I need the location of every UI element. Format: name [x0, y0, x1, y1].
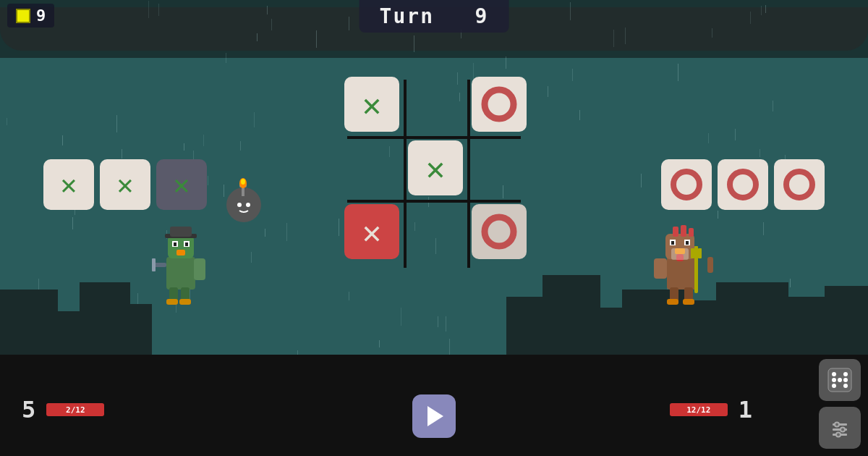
svg-point-1: [730, 172, 756, 198]
svg-rect-22: [152, 258, 156, 271]
svg-point-53: [832, 384, 836, 388]
enemy-svg: [651, 221, 716, 308]
o-symbol: [781, 166, 817, 203]
enemy-tile-2[interactable]: [774, 159, 825, 210]
player-hand-count: 5: [22, 396, 35, 423]
building: [0, 290, 58, 355]
ttt-board: ✕ ✕ ✕: [340, 72, 528, 275]
enemy-tile-0[interactable]: [661, 159, 712, 210]
svg-point-51: [832, 372, 836, 376]
svg-rect-32: [689, 228, 694, 237]
grid-line-v1: [404, 80, 407, 268]
grid-line-v2: [467, 80, 470, 268]
svg-rect-47: [683, 299, 694, 305]
svg-rect-28: [667, 257, 697, 290]
svg-rect-31: [681, 225, 686, 237]
enemy-character: [651, 221, 716, 308]
svg-point-63: [836, 433, 841, 437]
enemy-hand-count: 1: [739, 396, 752, 423]
svg-point-0: [673, 172, 699, 198]
cell-0-2[interactable]: [472, 77, 527, 132]
o-symbol: [668, 166, 705, 203]
turn-label: Turn: [380, 4, 434, 28]
svg-rect-17: [185, 242, 188, 246]
player-tile-1[interactable]: ✕: [100, 159, 150, 210]
player-tile-2[interactable]: ✕: [156, 159, 207, 210]
svg-point-52: [843, 372, 848, 376]
dice-button[interactable]: [819, 359, 861, 401]
building: [123, 304, 152, 355]
action-buttons: [819, 359, 861, 449]
enemy-info: 12/12 1: [670, 396, 752, 423]
svg-rect-42: [698, 248, 702, 258]
cell-1-1[interactable]: ✕: [408, 140, 463, 195]
building: [716, 282, 788, 355]
svg-rect-41: [691, 248, 694, 258]
svg-point-3: [485, 90, 514, 119]
svg-rect-48: [654, 258, 667, 279]
svg-point-55: [838, 378, 842, 382]
play-button[interactable]: [412, 394, 456, 438]
svg-rect-46: [667, 299, 678, 305]
o-symbol: [725, 166, 761, 203]
svg-rect-49: [707, 257, 713, 273]
player-tile-row: ✕ ✕ ✕: [43, 159, 207, 210]
svg-point-61: [835, 423, 839, 427]
player-character: [152, 221, 210, 308]
svg-rect-39: [671, 248, 689, 260]
svg-point-10: [237, 203, 242, 207]
play-icon: [427, 406, 443, 426]
o-symbol-board: [479, 84, 519, 124]
svg-rect-30: [673, 227, 678, 237]
svg-rect-16: [174, 242, 176, 246]
svg-rect-40: [694, 250, 698, 293]
bottom-bar: 5 2/12 12/12 1: [0, 355, 868, 456]
turn-display: Turn 9: [359, 0, 509, 33]
o-symbol-board: [479, 211, 519, 252]
player-hp-label: 2/12: [66, 405, 85, 415]
player-tile-0[interactable]: ✕: [43, 159, 94, 210]
svg-point-62: [841, 428, 845, 432]
settings-button[interactable]: [819, 407, 861, 449]
settings-icon: [828, 416, 851, 439]
svg-rect-36: [686, 241, 689, 245]
svg-rect-12: [166, 257, 195, 290]
svg-point-2: [786, 172, 812, 198]
svg-point-9: [241, 179, 245, 185]
turn-number: 9: [475, 4, 489, 28]
svg-point-57: [843, 378, 848, 382]
building: [542, 275, 600, 355]
bomb-svg: [221, 177, 268, 224]
coin-display: 9: [7, 4, 54, 28]
coin-icon: [16, 9, 30, 23]
game-area: 9 Turn 9 ✕ ✕ ✕: [0, 0, 868, 355]
svg-rect-26: [179, 299, 191, 305]
svg-point-54: [843, 384, 848, 388]
grid-line-h1: [347, 136, 521, 139]
svg-rect-25: [166, 299, 178, 305]
svg-rect-18: [176, 250, 185, 256]
grid-line-h2: [347, 200, 521, 203]
building: [825, 286, 868, 355]
svg-rect-6: [242, 187, 244, 196]
player-svg: [152, 221, 210, 308]
enemy-hp-label: 12/12: [686, 405, 710, 415]
svg-rect-43: [694, 246, 698, 252]
svg-point-56: [832, 378, 836, 382]
enemy-tile-1[interactable]: [718, 159, 768, 210]
game-container: 9 Turn 9 ✕ ✕ ✕: [0, 0, 868, 456]
coin-count: 9: [36, 7, 46, 25]
svg-rect-35: [671, 241, 674, 245]
cell-2-2[interactable]: [472, 204, 527, 259]
bomb-piece: [221, 177, 268, 224]
enemy-tile-row: [661, 159, 825, 210]
cell-2-0[interactable]: ✕: [344, 204, 399, 259]
enemy-hp-bar: 12/12: [670, 403, 728, 416]
svg-point-11: [246, 203, 250, 207]
svg-rect-27: [194, 258, 205, 280]
svg-point-4: [485, 217, 514, 246]
svg-rect-20: [170, 227, 192, 237]
cell-0-0[interactable]: ✕: [344, 77, 399, 132]
player-info: 5 2/12: [22, 396, 104, 423]
player-hp-bar: 2/12: [46, 403, 104, 416]
